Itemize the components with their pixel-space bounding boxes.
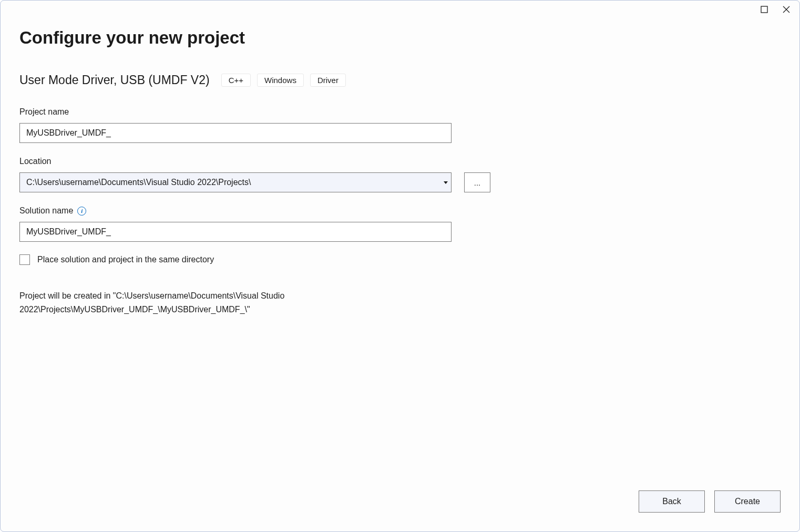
dialog-footer: Back Create bbox=[1, 490, 799, 531]
same-directory-label: Place solution and project in the same d… bbox=[37, 255, 214, 264]
solution-name-label-row: Solution name i bbox=[19, 206, 781, 216]
solution-name-label: Solution name bbox=[19, 206, 73, 216]
svg-marker-3 bbox=[444, 181, 448, 184]
create-button[interactable]: Create bbox=[714, 490, 781, 513]
info-icon[interactable]: i bbox=[77, 207, 86, 216]
project-name-group: Project name bbox=[19, 107, 781, 143]
template-tag: C++ bbox=[221, 74, 251, 87]
browse-button[interactable]: ... bbox=[464, 172, 490, 192]
project-name-input[interactable] bbox=[19, 123, 452, 143]
template-tag: Windows bbox=[257, 74, 304, 87]
page-title: Configure your new project bbox=[19, 28, 781, 48]
template-row: User Mode Driver, USB (UMDF V2) C++ Wind… bbox=[19, 73, 781, 87]
same-directory-checkbox[interactable] bbox=[19, 254, 30, 265]
location-label: Location bbox=[19, 157, 781, 166]
chevron-down-icon[interactable] bbox=[440, 173, 451, 192]
dialog-window: Configure your new project User Mode Dri… bbox=[0, 0, 800, 532]
solution-name-group: Solution name i bbox=[19, 206, 781, 242]
creation-path-hint: Project will be created in "C:\Users\use… bbox=[19, 289, 456, 316]
maximize-icon[interactable] bbox=[761, 6, 768, 13]
location-group: Location C:\Users\username\Documents\Vis… bbox=[19, 157, 781, 192]
template-tag: Driver bbox=[310, 74, 346, 87]
back-button[interactable]: Back bbox=[639, 490, 705, 513]
template-name: User Mode Driver, USB (UMDF V2) bbox=[19, 73, 210, 87]
svg-rect-0 bbox=[761, 6, 767, 13]
location-row: C:\Users\username\Documents\Visual Studi… bbox=[19, 172, 781, 192]
same-directory-row: Place solution and project in the same d… bbox=[19, 254, 781, 265]
solution-name-input[interactable] bbox=[19, 222, 452, 242]
titlebar bbox=[1, 1, 799, 13]
location-combobox[interactable]: C:\Users\username\Documents\Visual Studi… bbox=[19, 172, 452, 192]
close-icon[interactable] bbox=[783, 6, 790, 13]
project-name-label: Project name bbox=[19, 107, 781, 117]
dialog-content: Configure your new project User Mode Dri… bbox=[1, 13, 799, 490]
location-value: C:\Users\username\Documents\Visual Studi… bbox=[20, 178, 440, 187]
